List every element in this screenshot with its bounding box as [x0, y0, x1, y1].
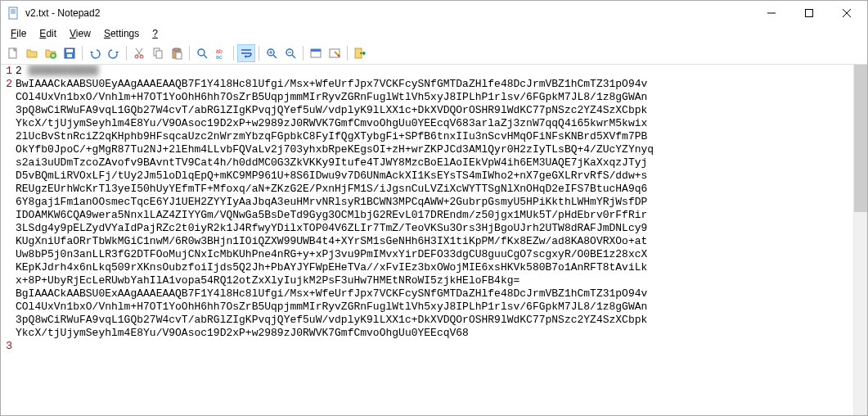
scrollbar-thumb[interactable]	[854, 65, 867, 212]
close-button[interactable]	[828, 1, 866, 25]
svg-point-22	[198, 49, 205, 56]
vertical-scrollbar[interactable]	[853, 65, 867, 415]
toolbar-separator	[303, 46, 304, 61]
copy-button[interactable]	[149, 44, 167, 62]
find-button[interactable]	[193, 44, 211, 62]
svg-rect-11	[66, 49, 73, 52]
replace-button[interactable]: abac	[212, 44, 230, 62]
maximize-button[interactable]	[790, 1, 828, 25]
window-title: v2.txt - Notepad2	[25, 7, 753, 19]
svg-text:ab: ab	[216, 48, 223, 54]
save-button[interactable]	[61, 44, 79, 62]
exit-button[interactable]	[351, 44, 369, 62]
browse-button[interactable]	[42, 44, 60, 62]
menu-settings[interactable]: Settings	[97, 26, 146, 41]
text-area[interactable]: 2 ███████████BwIAAACkAABSU0EyAAgAAAEAAQB…	[16, 65, 853, 415]
svg-rect-20	[174, 48, 179, 51]
svg-rect-5	[806, 10, 813, 17]
menu-help[interactable]: ?	[146, 26, 164, 41]
redo-button[interactable]	[105, 44, 123, 62]
menu-view[interactable]: View	[63, 26, 97, 41]
svg-line-23	[204, 55, 207, 58]
svg-rect-36	[311, 49, 321, 52]
paste-button[interactable]	[168, 44, 186, 62]
zoom-out-button[interactable]	[281, 44, 299, 62]
scheme-button[interactable]	[307, 44, 325, 62]
toolbar-separator	[233, 46, 234, 61]
minimize-button[interactable]	[753, 1, 790, 25]
zoom-in-button[interactable]	[263, 44, 281, 62]
titlebar: v2.txt - Notepad2	[1, 1, 867, 25]
svg-line-29	[273, 55, 277, 58]
line-number-gutter: 1 2 3	[1, 65, 16, 415]
word-wrap-button[interactable]	[237, 44, 255, 62]
editor[interactable]: 1 2 3 2 ███████████BwIAAACkAABSU0EyAAgAA…	[1, 65, 867, 415]
svg-rect-21	[176, 52, 182, 59]
toolbar-separator	[189, 46, 190, 61]
svg-text:ac: ac	[216, 54, 223, 60]
open-file-button[interactable]	[23, 44, 41, 62]
customize-button[interactable]	[326, 44, 344, 62]
menubar: File Edit View Settings ?	[1, 25, 867, 42]
toolbar-separator	[259, 46, 259, 61]
toolbar-separator	[347, 46, 348, 61]
app-icon	[7, 7, 20, 20]
svg-rect-12	[67, 54, 72, 57]
svg-line-33	[292, 55, 295, 58]
svg-rect-18	[156, 51, 162, 58]
menu-file[interactable]: File	[4, 26, 33, 41]
menu-edit[interactable]: Edit	[33, 26, 63, 41]
cut-button[interactable]	[130, 44, 148, 62]
toolbar-separator	[126, 46, 127, 61]
toolbar: abac	[1, 42, 867, 65]
new-file-button[interactable]	[4, 44, 22, 62]
toolbar-separator	[82, 46, 83, 61]
undo-button[interactable]	[86, 44, 104, 62]
